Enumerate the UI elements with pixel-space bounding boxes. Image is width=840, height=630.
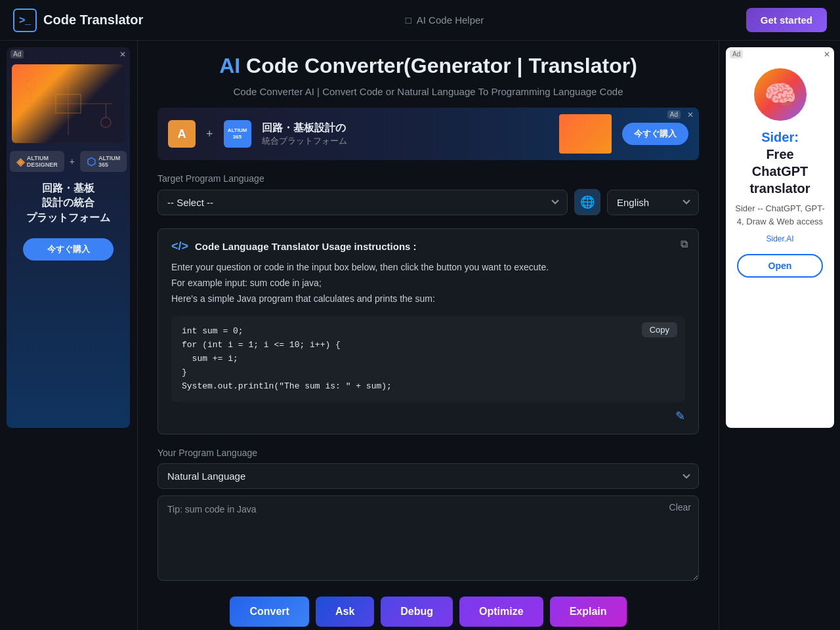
main-content: AI Code Converter(Generator | Translator… (138, 41, 719, 630)
banner-ad-badge: Ad (667, 110, 681, 119)
logo-icon: >_ (13, 9, 37, 32)
debug-button[interactable]: Debug (381, 597, 453, 627)
right-ad-url: Sider.AI (766, 234, 793, 243)
right-ad-free: Free (766, 147, 793, 161)
banner-logo2: ALTIUM365 (224, 120, 251, 148)
header-bracket: □ (406, 14, 411, 26)
banner-text: 回路・基板設計の 統合プラットフォーム (262, 121, 549, 147)
header-ai-helper: AI Code Helper (417, 14, 484, 26)
svg-point-3 (26, 80, 35, 90)
page-subtitle: Code Converter AI | Convert Code or Natu… (158, 86, 699, 97)
left-ad-logo1: ◈ ALTIUMDESIGNER (10, 151, 64, 172)
left-ad-logos: ◈ ALTIUMDESIGNER + ⬡ ALTIUM365 (12, 151, 125, 172)
convert-button[interactable]: Convert (230, 597, 308, 627)
ask-button[interactable]: Ask (316, 597, 374, 627)
textarea-wrapper: Clear (158, 495, 699, 583)
right-ad-title: Sider: Free ChatGPT translator (749, 129, 810, 197)
header-center: □ AI Code Helper (406, 14, 484, 26)
optimize-button[interactable]: Optimize (459, 597, 543, 627)
header-logo[interactable]: >_ Code Translator (13, 9, 143, 32)
instructions-line2: For example input: sum code in java; (171, 276, 685, 291)
code-slash-icon: </> (171, 240, 188, 253)
right-ad-box: Ad ✕ 🧠 Sider: Free ChatGPT translator Si… (726, 47, 834, 428)
code-input-textarea[interactable] (158, 495, 699, 581)
left-sidebar: Ad ✕ ◈ ALTIUMDESIGNER + (0, 41, 138, 630)
instructions-box: ⧉ </> Code Language Translator Usage ins… (158, 228, 699, 434)
instructions-text: Enter your question or code in the input… (171, 260, 685, 306)
instructions-copy-button[interactable]: ⧉ (681, 238, 688, 250)
right-ad-open-button[interactable]: Open (737, 254, 823, 278)
instructions-title-suffix: : (410, 241, 416, 252)
right-ad-brain-icon: 🧠 (754, 68, 807, 121)
brain-circle: 🧠 (754, 68, 807, 121)
explain-button[interactable]: Explain (550, 597, 627, 627)
clear-button[interactable]: Clear (669, 502, 691, 513)
globe-icon: 🌐 (580, 195, 595, 209)
edit-icon: ✎ (675, 410, 685, 423)
your-program-label: Your Program Language (158, 448, 699, 458)
left-ad-close[interactable]: ✕ (119, 50, 126, 59)
your-program-language-select[interactable]: Natural Language Python JavaScript Java … (158, 463, 699, 489)
main-layout: Ad ✕ ◈ ALTIUMDESIGNER + (0, 41, 840, 630)
right-ad-brand: Sider: (761, 130, 799, 144)
right-sidebar: Ad ✕ 🧠 Sider: Free ChatGPT translator Si… (719, 41, 840, 630)
left-ad-box: Ad ✕ ◈ ALTIUMDESIGNER + (7, 47, 130, 428)
action-buttons: Convert Ask Debug Optimize Explain (158, 597, 699, 630)
code-copy-button[interactable]: Copy (642, 322, 677, 337)
right-ad-chatgpt: ChatGPT (752, 164, 808, 178)
ai-label: AI (219, 54, 240, 77)
code-content: int sum = 0; for (int i = 1; i <= 10; i+… (182, 325, 675, 393)
page-title-block: AI Code Converter(Generator | Translator… (158, 54, 699, 78)
title-rest: Code Converter(Generator | Translator) (240, 54, 637, 77)
left-ad-cta-button[interactable]: 今すぐ購入 (23, 238, 114, 261)
banner-logo1: A (168, 120, 196, 148)
left-ad-circuit-image (12, 64, 125, 143)
left-ad-tagline: 回路・基板 設計の統合 プラットフォーム (26, 181, 110, 225)
left-ad-plus: + (70, 156, 75, 167)
banner-cta-button[interactable]: 今すぐ購入 (622, 123, 688, 145)
banner-ad: Ad ✕ A + ALTIUM365 回路・基板設計の 統合プラットフォーム 今… (158, 108, 699, 160)
header: >_ Code Translator □ AI Code Helper Get … (0, 0, 840, 41)
instructions-title-bold: Code Language Translator Usage instructi… (195, 241, 410, 252)
page-title: AI Code Converter(Generator | Translator… (158, 54, 699, 78)
instructions-header: </> Code Language Translator Usage instr… (171, 240, 685, 253)
left-ad-badge: Ad (10, 50, 24, 58)
svg-point-4 (101, 117, 111, 127)
right-ad-close[interactable]: ✕ (824, 50, 830, 59)
app-title: Code Translator (43, 12, 143, 28)
banner-jp-title: 回路・基板設計の (262, 121, 549, 135)
right-ad-subtitle: Sider -- ChatGPT, GPT-4, Draw & Web acce… (732, 202, 828, 228)
left-ad-logo2: ⬡ ALTIUM365 (80, 151, 127, 172)
banner-plus: + (206, 127, 213, 141)
copy-icon: ⧉ (681, 238, 688, 249)
banner-jp-sub: 統合プラットフォーム (262, 135, 549, 147)
right-ad-badge: Ad (730, 50, 743, 58)
banner-circuit-image (559, 114, 612, 154)
right-ad-translator: translator (749, 181, 810, 196)
edit-icon-button[interactable]: ✎ (675, 409, 685, 423)
get-started-button[interactable]: Get started (746, 8, 827, 32)
selector-row: -- Select -- Python JavaScript Java C++ … (158, 189, 699, 215)
target-language-select[interactable]: -- Select -- Python JavaScript Java C++ … (158, 190, 568, 215)
target-language-label: Target Program Language (158, 173, 699, 184)
your-program-section: Your Program Language Natural Language P… (158, 448, 699, 583)
instructions-line1: Enter your question or code in the input… (171, 260, 685, 276)
instructions-title: Code Language Translator Usage instructi… (195, 241, 417, 252)
code-block: Copy int sum = 0; for (int i = 1; i <= 1… (171, 316, 685, 402)
instructions-line3: Here's a simple Java program that calcul… (171, 291, 685, 307)
display-language-select[interactable]: English Japanese Korean Chinese French G… (607, 190, 699, 215)
globe-icon-button[interactable]: 🌐 (574, 189, 600, 215)
banner-ad-close[interactable]: ✕ (687, 110, 694, 119)
